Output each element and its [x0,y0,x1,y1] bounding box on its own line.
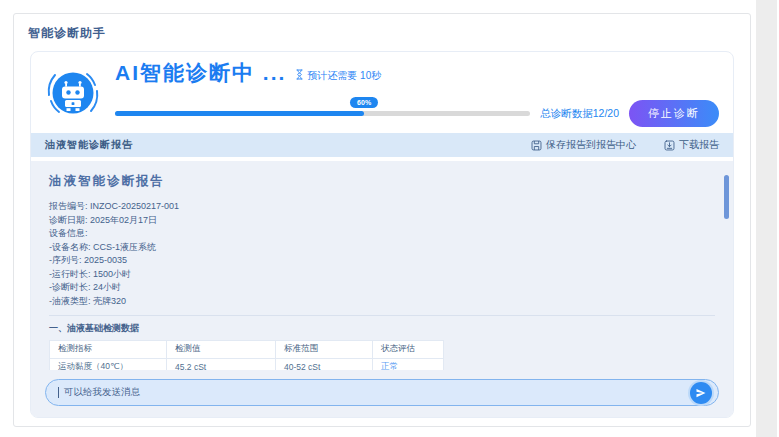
text-caret [58,387,59,398]
report-content: 油液智能诊断报告 报告编号: INZOC-20250217-001 诊断日期: … [31,161,733,370]
detection-data-table: 检测指标 检测值 标准范围 状态评估 运动黏度（40℃） 45.2 cSt 40… [49,340,444,371]
diagnosis-assistant-card: 智能诊断助手 [13,13,751,427]
section1-title: 一、油液基础检测数据 [49,322,715,336]
chat-panel: AI智能诊断中 ... 预计还需要 10秒 60% [30,51,734,418]
divider [49,315,715,316]
col-indicator: 检测指标 [50,340,167,358]
ai-diagnosing-title: AI智能诊断中 ... [115,59,286,87]
hourglass-icon [295,69,304,82]
eta-label: 预计还需要 10秒 [307,69,381,83]
message-input[interactable]: 可以给我发送消息 [45,379,719,406]
col-status: 状态评估 [373,340,444,358]
download-icon [664,140,675,151]
report-line: -设备名称: CCS-1液压系统 [49,241,715,255]
table-header-row: 检测指标 检测值 标准范围 状态评估 [50,340,444,358]
report-line: 设备信息: [49,227,715,241]
toolbar-report-title: 油液智能诊断报告 [45,138,503,152]
eta-group: 预计还需要 10秒 [295,69,381,83]
progress-fill [115,111,364,116]
send-icon [695,387,707,399]
send-button[interactable] [690,382,712,404]
progress-row: 60% 总诊断数据12/20 停止诊断 [115,100,719,127]
save-icon [531,140,542,151]
message-input-row: 可以给我发送消息 [31,370,733,417]
report-line: 诊断日期: 2025年02月17日 [49,214,715,228]
report-body: 油液智能诊断报告 报告编号: INZOC-20250217-001 诊断日期: … [31,161,733,417]
progress-badge: 60% [350,97,378,108]
cell-value: 45.2 cSt [167,358,276,370]
col-value: 检测值 [167,340,276,358]
report-line: -序列号: 2025-0035 [49,254,715,268]
diagnosis-header: AI智能诊断中 ... 预计还需要 10秒 60% [31,52,733,133]
save-report-button[interactable]: 保存报告到报告中心 [531,138,636,152]
cell-range: 40-52 cSt [276,358,373,370]
report-scrollbar-thumb[interactable] [724,175,729,219]
report-line: -运行时长: 1500小时 [49,268,715,282]
header-main: AI智能诊断中 ... 预计还需要 10秒 60% [115,59,719,127]
page-title: 智能诊断助手 [20,23,744,51]
cell-status: 正常 [373,358,444,370]
report-line: -诊断时长: 24小时 [49,281,715,295]
report-toolbar: 油液智能诊断报告 保存报告到报告中心 下载报告 [31,133,733,157]
report-title: 油液智能诊断报告 [49,173,715,190]
report-line: -油液类型: 壳牌320 [49,295,715,309]
status-badge: 正常 [381,361,398,370]
table-row: 运动黏度（40℃） 45.2 cSt 40-52 cSt 正常 [50,358,444,370]
col-range: 标准范围 [276,340,373,358]
stop-diagnosis-button[interactable]: 停止诊断 [629,100,719,127]
total-data-label: 总诊断数据12/20 [540,107,619,121]
download-report-button[interactable]: 下载报告 [664,138,719,152]
download-report-label: 下载报告 [679,138,719,152]
progress-bar: 60% [115,111,530,116]
page-scrollbar-track[interactable] [756,0,777,437]
robot-icon [45,65,101,121]
report-line: 报告编号: INZOC-20250217-001 [49,200,715,214]
cell-indicator: 运动黏度（40℃） [50,358,167,370]
save-report-label: 保存报告到报告中心 [546,138,636,152]
input-placeholder: 可以给我发送消息 [64,386,690,399]
